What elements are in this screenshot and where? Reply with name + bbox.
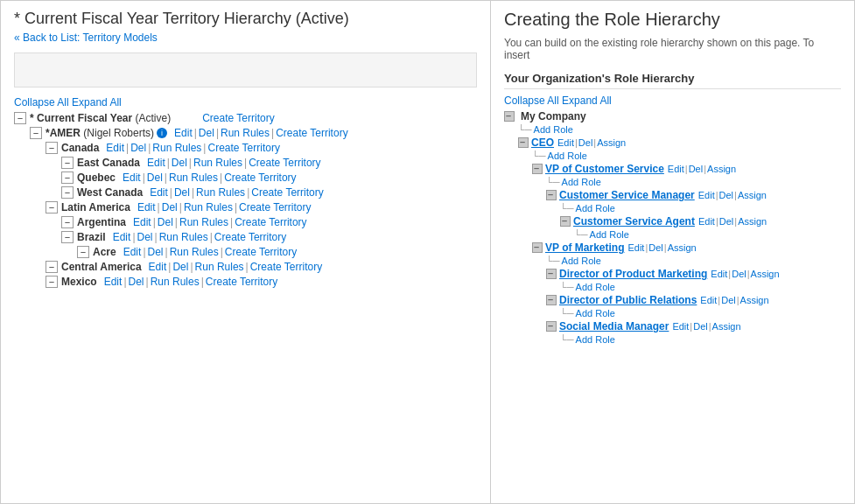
create-territory-root[interactable]: Create Territory — [202, 112, 274, 124]
edit-role[interactable]: Edit — [698, 216, 715, 227]
expand-all-left[interactable]: Expand All — [72, 96, 122, 108]
collapse-icon[interactable] — [546, 269, 557, 279]
edit-link[interactable]: Edit — [113, 231, 131, 243]
toggle-btn[interactable]: − — [14, 112, 26, 124]
add-role-link[interactable]: Add Role — [576, 334, 615, 345]
run-rules-link[interactable]: Run Rules — [152, 142, 201, 154]
role-name[interactable]: Director of Public Relations — [559, 294, 697, 306]
assign-role[interactable]: Assign — [738, 216, 767, 227]
del-link[interactable]: Del — [137, 231, 153, 243]
edit-role[interactable]: Edit — [672, 321, 689, 332]
assign-role[interactable]: Assign — [707, 164, 736, 174]
create-territory-link[interactable]: Create Territory — [239, 201, 311, 214]
toggle-btn[interactable]: − — [77, 246, 89, 258]
del-link[interactable]: Del — [158, 216, 173, 228]
info-icon[interactable]: i — [157, 128, 167, 138]
collapse-icon[interactable] — [532, 164, 543, 174]
del-link[interactable]: Del — [199, 127, 214, 139]
add-role-link[interactable]: Add Role — [562, 256, 601, 266]
del-link[interactable]: Del — [174, 186, 190, 199]
toggle-btn[interactable]: − — [61, 172, 74, 184]
add-role-link[interactable]: Add Role — [576, 308, 615, 318]
collapse-icon[interactable] — [546, 190, 557, 200]
create-territory-link[interactable]: Create Territory — [224, 172, 296, 184]
add-role-link[interactable]: Add Role — [548, 150, 587, 161]
create-territory-link[interactable]: Create Territory — [276, 127, 347, 139]
edit-link[interactable]: Edit — [133, 216, 151, 228]
collapse-icon[interactable] — [532, 242, 543, 253]
run-rules-link[interactable]: Run Rules — [151, 276, 200, 288]
assign-role[interactable]: Assign — [597, 137, 626, 148]
del-link[interactable]: Del — [129, 276, 144, 288]
assign-role[interactable]: Assign — [751, 269, 780, 279]
assign-role[interactable]: Assign — [740, 295, 769, 305]
add-role-link[interactable]: Add Role — [534, 124, 573, 135]
create-territory-link[interactable]: Create Territory — [225, 246, 297, 258]
role-name[interactable]: Director of Product Marketing — [559, 268, 707, 280]
assign-role[interactable]: Assign — [712, 321, 741, 332]
edit-link[interactable]: Edit — [123, 246, 142, 258]
create-territory-link[interactable]: Create Territory — [249, 157, 320, 169]
del-link[interactable]: Del — [162, 201, 178, 214]
toggle-btn[interactable]: − — [61, 157, 74, 169]
del-link[interactable]: Del — [148, 246, 164, 258]
del-link[interactable]: Del — [147, 172, 163, 184]
del-role[interactable]: Del — [719, 190, 734, 200]
run-rules-link[interactable]: Run Rules — [184, 201, 233, 214]
toggle-btn[interactable]: − — [46, 261, 58, 273]
run-rules-link[interactable]: Run Rules — [193, 157, 242, 169]
edit-role[interactable]: Edit — [557, 137, 574, 148]
edit-link[interactable]: Edit — [123, 172, 141, 184]
create-territory-link[interactable]: Create Territory — [207, 142, 279, 154]
edit-role[interactable]: Edit — [668, 164, 684, 174]
collapse-icon[interactable] — [546, 321, 557, 332]
toggle-btn[interactable]: − — [61, 216, 74, 228]
edit-link[interactable]: Edit — [147, 157, 165, 169]
edit-link[interactable]: Edit — [106, 142, 124, 154]
collapse-all-right[interactable]: Collapse All — [504, 94, 559, 107]
run-rules-link[interactable]: Run Rules — [159, 231, 208, 243]
edit-role[interactable]: Edit — [627, 242, 644, 253]
role-name[interactable]: VP of Marketing — [545, 242, 624, 254]
add-role-link[interactable]: Add Role — [562, 177, 601, 187]
assign-role[interactable]: Assign — [738, 190, 767, 200]
del-role[interactable]: Del — [693, 321, 708, 332]
create-territory-link[interactable]: Create Territory — [206, 276, 277, 288]
back-link[interactable]: « Back to List: Territory Models — [14, 32, 158, 44]
del-link[interactable]: Del — [172, 261, 188, 273]
del-role[interactable]: Del — [719, 216, 734, 227]
del-role[interactable]: Del — [732, 269, 746, 279]
assign-role[interactable]: Assign — [668, 242, 697, 253]
role-name[interactable]: Social Media Manager — [559, 320, 669, 332]
role-name[interactable]: Customer Service Manager — [559, 189, 695, 201]
role-name[interactable]: Customer Service Agent — [573, 215, 695, 228]
run-rules-link[interactable]: Run Rules — [195, 261, 244, 273]
del-role[interactable]: Del — [578, 137, 593, 148]
collapse-all-left[interactable]: Collapse All — [14, 96, 69, 108]
del-role[interactable]: Del — [721, 295, 736, 305]
edit-link[interactable]: Edit — [174, 127, 193, 139]
create-territory-link[interactable]: Create Territory — [250, 261, 322, 273]
create-territory-link[interactable]: Create Territory — [251, 186, 323, 199]
edit-link[interactable]: Edit — [104, 276, 123, 288]
del-link[interactable]: Del — [130, 142, 146, 154]
run-rules-link[interactable]: Run Rules — [196, 186, 245, 199]
run-rules-link[interactable]: Run Rules — [221, 127, 270, 139]
edit-link[interactable]: Edit — [137, 201, 156, 214]
del-link[interactable]: Del — [172, 157, 187, 169]
expand-all-right[interactable]: Expand All — [562, 94, 612, 107]
toggle-btn[interactable]: − — [61, 186, 74, 199]
toggle-btn[interactable]: − — [46, 142, 58, 154]
collapse-icon[interactable] — [560, 216, 571, 227]
run-rules-link[interactable]: Run Rules — [169, 172, 218, 184]
edit-role[interactable]: Edit — [698, 190, 715, 200]
create-territory-link[interactable]: Create Territory — [214, 231, 286, 243]
toggle-btn[interactable]: − — [46, 201, 58, 214]
role-name[interactable]: VP of Customer Service — [545, 163, 664, 175]
add-role-link[interactable]: Add Role — [576, 282, 615, 292]
toggle-btn[interactable]: − — [46, 276, 58, 288]
run-rules-link[interactable]: Run Rules — [179, 216, 228, 228]
edit-link[interactable]: Edit — [150, 186, 168, 199]
del-role[interactable]: Del — [689, 164, 704, 174]
del-role[interactable]: Del — [648, 242, 663, 253]
